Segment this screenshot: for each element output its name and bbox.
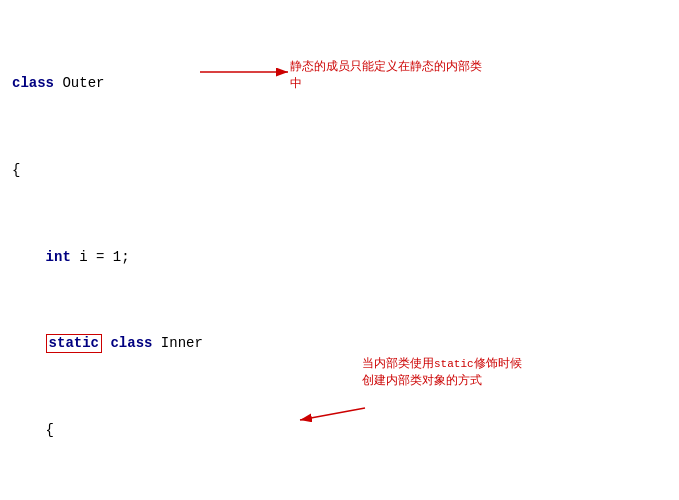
code-line-2: { <box>12 160 667 182</box>
annotation-text-2: 当内部类使用static修饰时候创建内部类对象的方式 <box>362 355 522 389</box>
static-keyword-box-1: static <box>46 334 102 353</box>
code-line-3: int i = 1; <box>12 247 667 269</box>
code-line-5: { <box>12 420 667 442</box>
annotation-text-1: 静态的成员只能定义在静态的内部类中 <box>290 58 490 92</box>
code-line-4: static class Inner <box>12 333 667 355</box>
